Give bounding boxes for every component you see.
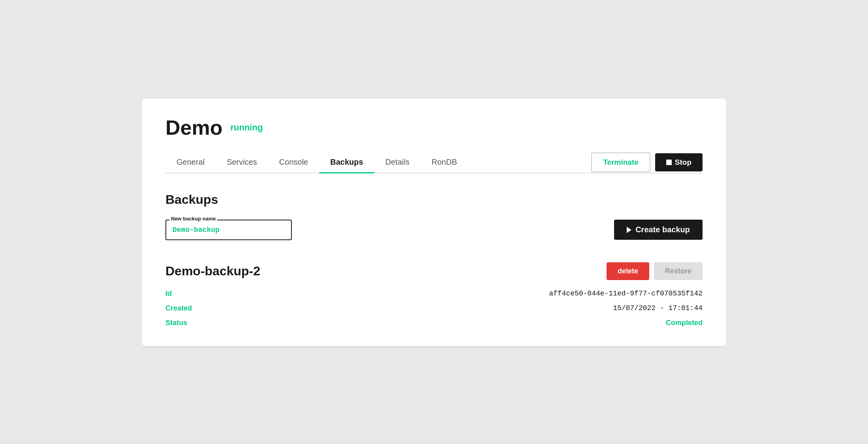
nav-actions: Terminate Stop — [582, 152, 703, 172]
delete-backup-button[interactable]: delete — [607, 262, 649, 280]
backup-name-group: New backup name — [165, 220, 292, 240]
created-label: Created — [165, 304, 192, 312]
page-title: Demo — [165, 117, 222, 138]
status-badge: running — [230, 122, 263, 133]
restore-backup-button[interactable]: Restore — [654, 262, 703, 280]
backup-item-header: Demo-backup-2 delete Restore — [165, 262, 703, 280]
backup-item-actions: delete Restore — [607, 262, 703, 280]
backup-item: Demo-backup-2 delete Restore Id aff4ce50… — [165, 262, 703, 327]
stop-button[interactable]: Stop — [655, 153, 703, 171]
status-value: Completed — [666, 319, 703, 327]
tab-console[interactable]: Console — [268, 152, 319, 173]
nav-tabs: General Services Console Backups Details… — [165, 152, 582, 173]
backups-section-title: Backups — [165, 192, 703, 207]
id-value: aff4ce50-044e-11ed-9f77-cf070535f142 — [549, 290, 703, 297]
stop-label: Stop — [675, 158, 691, 167]
tab-services[interactable]: Services — [216, 152, 268, 173]
terminate-button[interactable]: Terminate — [591, 152, 650, 172]
detail-row-created: Created 15/07/2022 - 17:01:44 — [165, 304, 703, 312]
status-label: Status — [165, 319, 187, 327]
nav-row: General Services Console Backups Details… — [165, 152, 703, 173]
page-header: Demo running — [165, 117, 703, 138]
create-backup-label: Create backup — [635, 225, 690, 234]
stop-icon — [666, 160, 672, 165]
tab-details[interactable]: Details — [374, 152, 421, 173]
backup-create-row: New backup name Create backup — [165, 220, 703, 240]
backup-item-name: Demo-backup-2 — [165, 264, 260, 278]
tab-rondb[interactable]: RonDB — [421, 152, 468, 173]
backup-name-input[interactable] — [165, 220, 292, 240]
main-card: Demo running General Services Console Ba… — [142, 98, 726, 346]
backup-name-label: New backup name — [169, 216, 217, 222]
detail-row-id: Id aff4ce50-044e-11ed-9f77-cf070535f142 — [165, 290, 703, 298]
id-label: Id — [165, 290, 172, 298]
tab-backups[interactable]: Backups — [319, 152, 374, 173]
tab-general[interactable]: General — [165, 152, 216, 173]
play-icon — [627, 227, 631, 233]
backup-details: Id aff4ce50-044e-11ed-9f77-cf070535f142 … — [165, 290, 703, 327]
detail-row-status: Status Completed — [165, 319, 703, 327]
create-backup-button[interactable]: Create backup — [614, 220, 703, 240]
backups-section: Backups New backup name Create backup De… — [165, 192, 703, 327]
created-value: 15/07/2022 - 17:01:44 — [613, 304, 703, 312]
